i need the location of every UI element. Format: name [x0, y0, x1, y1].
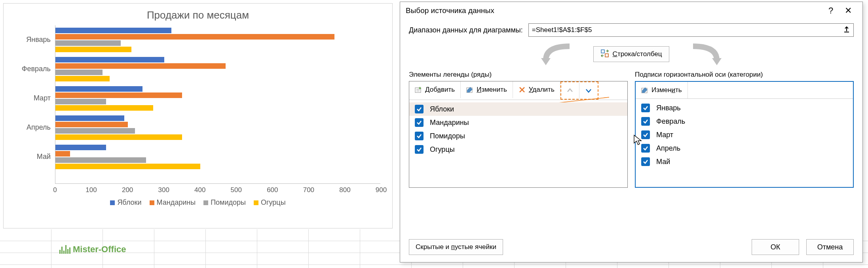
x-tick: 400	[194, 186, 205, 194]
delete-series-button[interactable]: Удалить	[513, 81, 560, 98]
edit-series-button[interactable]: Изменить	[461, 81, 513, 98]
switch-label: Строка/столбец	[613, 50, 662, 58]
axis-labels-panel: Изменить ЯнварьФевральМартАпрельМай	[635, 81, 854, 188]
list-item[interactable]: Огурцы	[409, 143, 627, 156]
bar	[55, 151, 70, 157]
ok-button[interactable]: ОК	[752, 239, 799, 255]
checkbox[interactable]	[641, 144, 650, 153]
cancel-button[interactable]: Отмена	[806, 239, 854, 255]
axis-panel-label: Подписи горизонтальной оси (категории)	[635, 71, 854, 79]
switch-row-column-button[interactable]: Строка/столбец	[593, 46, 670, 62]
legend-item: Яблоки	[110, 198, 141, 206]
checkbox[interactable]	[641, 117, 650, 126]
bar	[55, 128, 135, 134]
bar	[55, 28, 171, 33]
list-item-label: Май	[656, 158, 670, 166]
chart-title: Продажи по месяцам	[4, 9, 392, 21]
list-item-label: Февраль	[656, 117, 685, 126]
bar	[55, 157, 146, 163]
chart-plot-area: ЯнварьФевральМартАпрельМай	[55, 25, 380, 183]
list-item-label: Январь	[656, 104, 681, 112]
bar	[55, 145, 106, 150]
list-item[interactable]: Январь	[636, 101, 853, 115]
switch-icon	[601, 49, 609, 59]
checkbox[interactable]	[415, 132, 424, 140]
legend-item: Огурцы	[254, 198, 286, 206]
logo-icon	[59, 245, 70, 254]
close-button[interactable]: ✕	[840, 6, 857, 16]
delete-icon	[519, 86, 526, 93]
category-label: Февраль	[8, 65, 55, 73]
chart-data-range-input[interactable]: =Sheet1!$A$1:$F$5	[528, 23, 854, 37]
svg-rect-1	[601, 50, 604, 53]
list-item-label: Огурцы	[430, 145, 455, 154]
x-tick: 700	[303, 186, 314, 194]
x-tick: 500	[231, 186, 242, 194]
list-item[interactable]: Мандарины	[409, 116, 627, 129]
bar	[55, 76, 110, 81]
hidden-empty-cells-button[interactable]: Скрытые и пустые ячейки	[409, 239, 503, 255]
checkbox[interactable]	[641, 104, 650, 112]
list-item[interactable]: Апрель	[636, 142, 853, 155]
bar	[55, 34, 334, 40]
bar	[55, 92, 182, 98]
category-group: Апрель	[55, 113, 380, 142]
legend-swatch	[254, 200, 258, 205]
list-item-label: Мандарины	[430, 119, 469, 127]
legend-item: Помидоры	[203, 198, 246, 206]
x-tick: 300	[158, 186, 169, 194]
list-item-label: Помидоры	[430, 132, 465, 140]
bar	[55, 105, 153, 111]
bar	[55, 70, 103, 75]
list-item[interactable]: Март	[636, 128, 853, 142]
bar	[55, 122, 128, 127]
chart-legend: ЯблокиМандариныПомидорыОгурцы	[4, 198, 392, 207]
category-label: Март	[8, 94, 55, 102]
select-data-source-dialog: Выбор источника данных ? ✕ Диапазон данн…	[400, 2, 863, 262]
x-tick: 900	[376, 186, 387, 194]
category-group: Февраль	[55, 55, 380, 84]
category-label: Май	[8, 153, 55, 161]
list-item[interactable]: Яблоки	[409, 102, 627, 116]
checkbox[interactable]	[415, 145, 424, 154]
checkbox[interactable]	[641, 157, 650, 166]
logo: Mister-Office	[59, 244, 126, 255]
bar	[55, 134, 182, 140]
range-label: Диапазон данных для диаграммы:	[409, 26, 523, 34]
add-icon	[415, 86, 422, 93]
category-group: Май	[55, 142, 380, 172]
x-tick: 800	[339, 186, 350, 194]
edit-icon	[641, 87, 648, 94]
edit-axis-button[interactable]: Изменить	[636, 82, 688, 98]
list-item-label: Апрель	[656, 144, 680, 153]
logo-text: Mister-Office	[73, 244, 126, 255]
bar	[55, 115, 124, 121]
add-series-button[interactable]: Добавить	[409, 81, 461, 98]
checkbox[interactable]	[415, 105, 424, 113]
edit-icon	[466, 86, 473, 93]
dialog-titlebar: Выбор источника данных ? ✕	[400, 2, 862, 19]
legend-swatch	[203, 200, 208, 205]
chart[interactable]: Продажи по месяцам ЯнварьФевральМартАпре…	[3, 3, 393, 228]
x-tick: 0	[53, 186, 57, 194]
category-label: Апрель	[8, 123, 55, 132]
list-item[interactable]: Помидоры	[409, 129, 627, 143]
legend-item: Мандарины	[150, 198, 196, 206]
range-value: =Sheet1!$A$1:$F$5	[532, 26, 592, 34]
svg-rect-2	[605, 54, 608, 57]
checkbox[interactable]	[641, 130, 650, 139]
list-item-label: Яблоки	[430, 105, 454, 113]
legend-swatch	[110, 200, 115, 205]
move-down-button[interactable]	[579, 82, 598, 99]
list-item-label: Март	[656, 131, 673, 139]
checkbox[interactable]	[415, 118, 424, 127]
bar	[55, 40, 121, 46]
list-item[interactable]: Февраль	[636, 115, 853, 128]
help-button[interactable]: ?	[822, 6, 840, 16]
bar	[55, 99, 106, 104]
collapse-dialog-icon[interactable]	[843, 26, 850, 35]
dialog-title: Выбор источника данных	[406, 6, 494, 15]
svg-rect-0	[844, 32, 849, 32]
category-label: Январь	[8, 36, 55, 44]
list-item[interactable]: Май	[636, 155, 853, 168]
